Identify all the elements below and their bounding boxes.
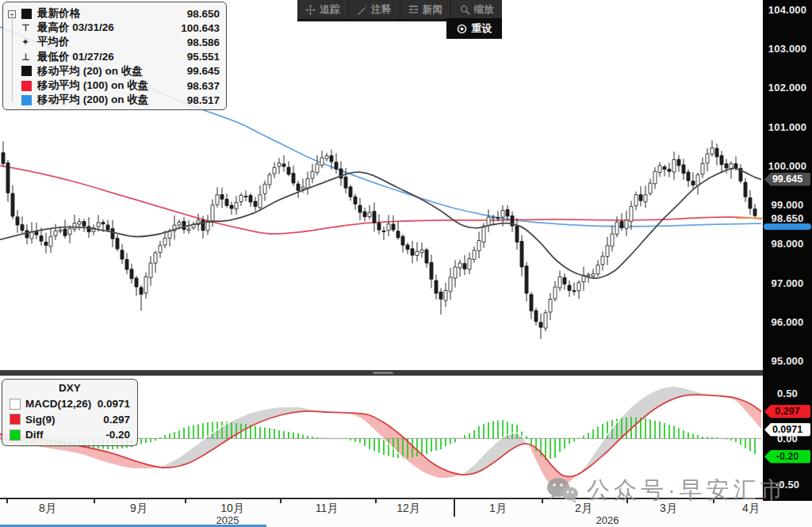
time-axis-tick <box>542 499 543 503</box>
macd-legend-row: Sig(9) 0.297 <box>10 412 130 428</box>
macd-line-swatch <box>10 399 21 410</box>
macd-legend-row: Diff -0.20 <box>10 427 130 443</box>
legend-row-high: ⊤ 最高价 03/31/26 100.643 <box>8 21 220 35</box>
macd-legend-row: MACD(12,26) 0.0971 <box>10 396 130 412</box>
macd-chart-pane[interactable]: DXY MACD(12,26) 0.0971 Sig(9) 0.297 Diff… <box>0 376 763 498</box>
legend-tree-line <box>12 15 13 101</box>
time-axis-tick <box>454 499 455 517</box>
move-icon <box>305 5 316 15</box>
time-axis-tick <box>185 499 186 503</box>
legend-row-ma100[interactable]: 移动平均 (100) on 收盘 98.637 <box>8 78 220 93</box>
macd-value-badge: 0.0971 <box>764 423 810 437</box>
macd-fill-below <box>723 396 762 430</box>
candles-down <box>2 148 756 327</box>
reset-target-icon <box>457 24 467 34</box>
time-axis-month-label: 9月 <box>130 502 147 516</box>
zoom-button-label: 缩放 <box>474 3 494 17</box>
time-axis-tick <box>94 499 95 503</box>
legend-value: 98.586 <box>178 36 220 48</box>
price-axis-tick-label: 104.000 <box>763 4 812 16</box>
legend-value: 98.517 <box>178 94 220 106</box>
candles-up <box>30 148 733 328</box>
legend-label: 最低价 01/27/26 <box>37 50 178 64</box>
macd-axis-tick-label: 0.50 <box>763 388 812 399</box>
price-chart-pane[interactable]: − 最新价格 98.650 ⊤ 最高价 03/31/26 100.643 ✦ 平… <box>0 0 763 370</box>
time-axis-tick <box>375 499 377 503</box>
price-axis-tick-label: 97.000 <box>763 277 812 288</box>
macd-legend-label: MACD(12,26) <box>25 398 98 410</box>
annotate-button-label: 注释 <box>371 3 391 17</box>
high-marker-icon: ⊤ <box>21 22 30 33</box>
signal-line-swatch <box>10 414 21 425</box>
macd-fill-above <box>159 407 337 468</box>
legend-row-ma20[interactable]: 移动平均 (20) on 收盘 99.645 <box>8 64 220 78</box>
time-axis-tick <box>626 499 628 503</box>
legend-label: 最新价格 <box>37 6 178 21</box>
time-axis-line <box>0 498 812 499</box>
time-axis-tick <box>6 499 8 503</box>
legend-label: 最高价 03/31/26 <box>37 21 178 35</box>
macd-legend-value: 0.0971 <box>98 398 130 410</box>
time-axis-month-label: 8月 <box>39 502 56 516</box>
track-button[interactable]: 追踪 <box>297 0 349 19</box>
annotate-button[interactable]: 注释 <box>349 0 400 19</box>
news-button-label: 新闻 <box>423 3 442 17</box>
zoom-button[interactable]: 缩放 <box>451 0 502 19</box>
legend-label: 移动平均 (20) on 收盘 <box>37 64 178 78</box>
macd-legend-label: Sig(9) <box>25 414 103 426</box>
ma100-swatch <box>21 81 32 91</box>
macd-legend-box[interactable]: DXY MACD(12,26) 0.0971 Sig(9) 0.297 Diff… <box>2 379 138 446</box>
price-axis-tick-label: 102.000 <box>763 82 812 94</box>
legend-value: 99.645 <box>178 65 220 77</box>
macd-axis-tick-label: -0.50 <box>763 478 812 490</box>
legend-label: 移动平均 (200) on 收盘 <box>37 93 178 107</box>
price-axis-tick-label: 101.000 <box>763 120 812 132</box>
zoom-icon <box>460 5 470 15</box>
news-icon <box>408 5 419 15</box>
last-price-swatch <box>21 9 32 19</box>
time-axis[interactable]: 8月9月10月11月12月1月2月3月4月20252026 <box>0 498 812 527</box>
legend-value: 98.637 <box>178 80 220 92</box>
time-axis-month-label: 11月 <box>316 502 339 516</box>
legend-value: 100.643 <box>178 22 220 34</box>
legend-row-low: ⊥ 最低价 01/27/26 95.551 <box>8 50 220 64</box>
news-button[interactable]: 新闻 <box>400 0 452 19</box>
price-axis-tick-label: 103.000 <box>763 43 812 55</box>
time-axis-month-label: 2月 <box>575 502 592 516</box>
time-axis-tick <box>713 499 714 503</box>
macd-legend-value: 0.297 <box>103 414 130 426</box>
macd-legend-label: Diff <box>25 429 105 441</box>
time-axis-month-label: 1月 <box>489 502 507 516</box>
divider-grip <box>373 372 393 374</box>
pane-divider-handle[interactable] <box>0 370 763 376</box>
reset-button-label: 重设 <box>472 21 492 36</box>
macd-legend-title: DXY <box>10 382 130 396</box>
legend-label: 移动平均 (100) on 收盘 <box>37 78 178 93</box>
chart-application: − 最新价格 98.650 ⊤ 最高价 03/31/26 100.643 ✦ 平… <box>0 0 812 527</box>
last-price-label: 98.650 <box>763 212 812 224</box>
ma200-value-badge <box>764 223 811 230</box>
price-axis-tick-label: 100.000 <box>763 159 812 171</box>
legend-row-ma200[interactable]: 移动平均 (200) on 收盘 98.517 <box>8 93 220 107</box>
price-axis-tick-label: 98.000 <box>763 238 812 250</box>
low-marker-icon: ⊥ <box>21 52 30 63</box>
diff-histogram-swatch <box>10 430 21 441</box>
ma200-swatch <box>21 95 32 105</box>
track-button-label: 追踪 <box>320 3 339 17</box>
price-axis-strip[interactable]: 104.000103.000102.000101.000100.00099.00… <box>763 0 812 501</box>
time-axis-year-label: 2026 <box>596 514 619 526</box>
ma20-value-badge: 99.645 <box>764 173 810 186</box>
reset-button[interactable]: 重设 <box>446 18 502 39</box>
price-axis-tick-label: 95.000 <box>763 354 812 366</box>
price-legend-box[interactable]: − 最新价格 98.650 ⊤ 最高价 03/31/26 100.643 ✦ 平… <box>2 2 227 110</box>
macd-value-badge: -0.20 <box>764 450 810 464</box>
time-axis-month-label: 4月 <box>742 502 760 516</box>
legend-value: 98.650 <box>178 8 220 20</box>
ma20-swatch <box>21 66 32 76</box>
annotate-icon <box>357 5 367 15</box>
legend-row-last-price: − 最新价格 98.650 <box>8 6 220 21</box>
price-axis-tick-label: 96.000 <box>763 315 812 327</box>
legend-value: 95.551 <box>178 51 220 63</box>
macd-legend-value: -0.20 <box>105 429 130 441</box>
price-axis-tick-label: 99.000 <box>763 199 812 211</box>
